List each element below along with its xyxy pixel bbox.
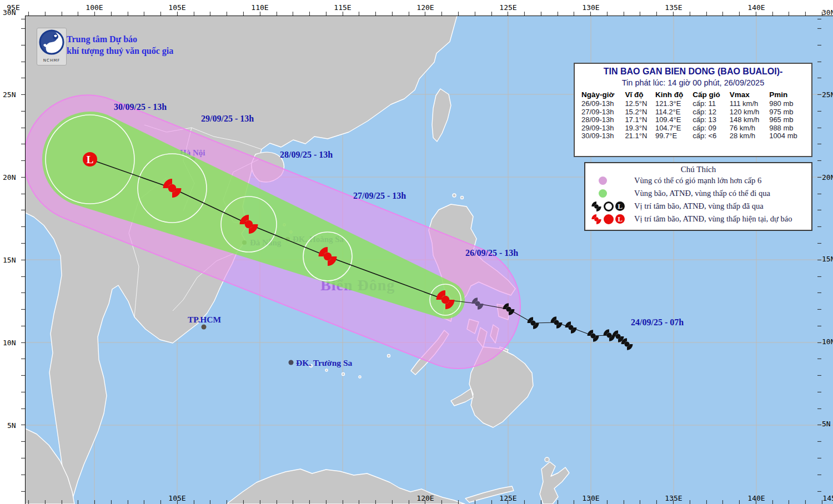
col-latitude: Vĩ độ <box>624 90 654 100</box>
cell: 19.3°N <box>624 124 654 133</box>
axis-left-5n: 5N <box>7 421 16 430</box>
cell: 28 km/h <box>729 132 768 140</box>
cell: 148 km/h <box>729 116 768 124</box>
nchmf-logo-text: NCHMF <box>37 58 66 63</box>
table-row: 28/09-13h17.1°N109.4°Ecấp: 13148 km/h965… <box>580 116 806 124</box>
forecast-cyclone-icon <box>591 214 602 225</box>
legend-title: Chú Thích <box>585 165 811 174</box>
cell: 26/09-13h <box>580 100 624 108</box>
low-pressure-marker: L <box>83 152 97 167</box>
axis-right-20n: 20N <box>822 173 833 182</box>
storm-bulletin-box: TIN BAO GAN BIEN DONG (BAO BUALOI)- Tin … <box>574 63 812 157</box>
axis-right-15n: 15N <box>822 255 833 263</box>
legend-item-track-zone: Vùng bão, ATNĐ, vùng thấp có thể đi qua <box>585 187 811 200</box>
cell: cấp: 11 <box>691 100 728 108</box>
bulletin-title: TIN BAO GAN BIEN DONG (BAO BUALOI)- <box>575 67 811 77</box>
track-date-2709: 27/09/25 - 13h <box>353 191 406 201</box>
legend-label: Vị trí tâm bão, ATNĐ, vùng thấp đã qua <box>634 201 764 211</box>
axis-top-120e: 120E <box>416 3 434 12</box>
forecast-table: Ngày-giờ Vĩ độ Kinh độ Cấp gió Vmax Pmin… <box>580 90 806 140</box>
cell: 28/09-13h <box>580 116 624 124</box>
legend-item-past-position: L Vị trí tâm bão, ATNĐ, vùng thấp đã qua <box>585 200 811 213</box>
axis-top-100e: 100E <box>86 3 103 12</box>
islet <box>342 373 345 376</box>
cell: 29/09-13h <box>580 124 624 133</box>
agency-line2: khí tượng thuỷ văn quốc gia <box>67 45 173 57</box>
map-frame-top <box>25 16 833 16</box>
past-cyclone-icon <box>591 201 602 212</box>
table-row: 29/09-13h19.3°N104.7°Ecấp: 0976 km/h988 … <box>580 124 806 133</box>
legend-label: Vùng bão, ATNĐ, vùng thấp có thể đi qua <box>634 189 770 198</box>
cell: 114.2°E <box>654 108 691 117</box>
green-zone-swatch <box>599 189 607 198</box>
nchmf-logo-icon <box>38 28 66 56</box>
cell: cấp: 09 <box>691 124 728 133</box>
label-tphcm: TP.HCM <box>188 315 222 324</box>
track-date-2809: 28/09/25 - 13h <box>280 150 333 160</box>
col-longitude: Kinh độ <box>654 90 691 100</box>
axis-right-30n: 30N <box>822 8 833 17</box>
cell: 109.4°E <box>654 116 691 124</box>
cell: 104.7°E <box>654 124 691 133</box>
axis-left-30n: 30N <box>3 8 16 17</box>
islet <box>359 376 361 378</box>
track-date-3009: 30/09/25 - 13h <box>114 102 167 112</box>
col-pmin: Pmin <box>768 90 806 100</box>
islet <box>453 194 456 197</box>
forecast-low-icon: L <box>615 214 625 224</box>
cell: cấp: <6 <box>691 132 728 140</box>
cell: 21.1°N <box>624 132 654 140</box>
axis-top-105e: 105E <box>168 3 185 12</box>
cell: 15.2°N <box>624 108 654 117</box>
legend-label: Vùng có thể có gió mạnh lớn hơn cấp 6 <box>634 176 761 185</box>
truongsa-dot <box>289 360 294 365</box>
track-date-2609: 26/09/25 - 13h <box>465 248 518 258</box>
cell: cấp: 12 <box>691 108 728 117</box>
islet <box>325 369 328 371</box>
axis-bottom-140e: 140E <box>747 494 765 502</box>
past-low-icon: L <box>615 201 625 211</box>
cell: 965 mb <box>768 116 806 124</box>
cell: 121.3°E <box>654 100 691 108</box>
axis-top-140e: 140E <box>747 3 765 12</box>
axis-top-110e: 110E <box>251 3 268 12</box>
axis-top-125e: 125E <box>499 3 516 12</box>
agency-name: Trung tâm Dự báo khí tượng thuỷ văn quốc… <box>67 33 173 57</box>
legend-item-wind-zone: Vùng có thể có gió mạnh lớn hơn cấp 6 <box>585 174 811 187</box>
axis-left-15n: 15N <box>3 256 16 264</box>
forecast-table-header: Ngày-giờ Vĩ độ Kinh độ Cấp gió Vmax Pmin <box>580 90 806 100</box>
cell: 975 mb <box>768 108 806 117</box>
islet <box>388 355 390 357</box>
cell: cấp: 13 <box>691 116 728 124</box>
col-wind-level: Cấp gió <box>691 90 728 100</box>
tphcm-dot <box>202 325 207 330</box>
axis-top-130e: 130E <box>582 3 599 12</box>
cell: 980 mb <box>768 100 806 108</box>
axis-top-135e: 135E <box>665 3 682 12</box>
table-row: 30/09-13h21.1°N99.7°Ecấp: <628 km/h1004 … <box>580 132 806 140</box>
bulletin-issued-time: Tin phát lúc: 14 giờ 00 phút, 26/09/2025 <box>575 78 811 87</box>
table-row: 27/09-13h15.2°N114.2°Ecấp: 12120 km/h975… <box>580 108 806 117</box>
axis-left-20n: 20N <box>3 173 16 182</box>
cell: 988 mb <box>768 124 806 133</box>
table-row: 26/09-13h12.5°N121.3°Ecấp: 11111 km/h980… <box>580 100 806 108</box>
low-pressure-label: L <box>87 154 94 165</box>
legend-label: Vị trí tâm bão, ATNĐ, vùng thấp hiện tại… <box>634 214 792 224</box>
axis-bottom-120e: 120E <box>416 494 434 502</box>
islet <box>461 196 464 199</box>
cell: 1004 mb <box>768 132 806 140</box>
cell: 27/09-13h <box>580 108 624 117</box>
legend-item-current-position: L Vị trí tâm bão, ATNĐ, vùng thấp hiện t… <box>585 213 811 225</box>
col-datetime: Ngày-giờ <box>580 90 624 100</box>
axis-right-25n: 25N <box>822 90 833 99</box>
cell: 111 km/h <box>729 100 768 108</box>
axis-bottom-130e: 130E <box>582 494 599 502</box>
axis-left-10n: 10N <box>3 339 16 347</box>
forecast-circle-icon <box>604 214 614 224</box>
right-ticks <box>817 16 821 504</box>
cell: 12.5°N <box>624 100 654 108</box>
col-vmax: Vmax <box>729 90 768 100</box>
top-ticks <box>25 12 833 16</box>
purple-zone-swatch <box>599 177 607 185</box>
agency-line1: Trung tâm Dự báo <box>67 33 173 45</box>
